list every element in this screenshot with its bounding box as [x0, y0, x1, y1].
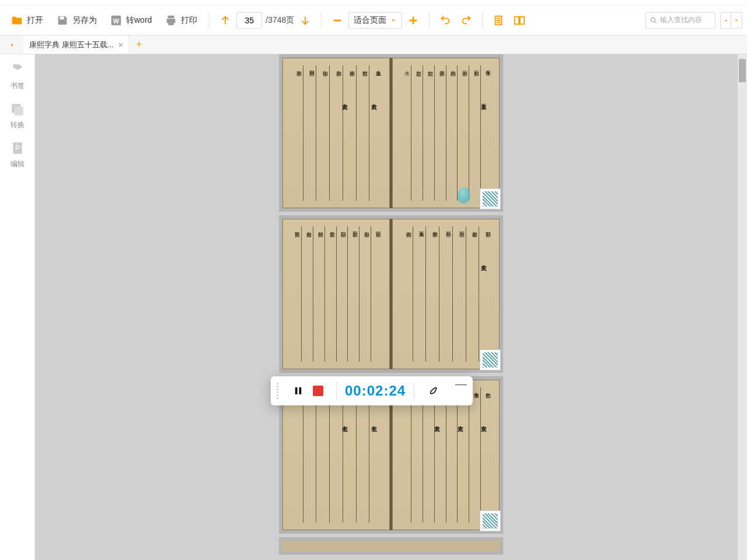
tab-close-button[interactable]: ×	[118, 40, 123, 50]
print-icon	[165, 14, 177, 27]
print-button[interactable]: 打印	[159, 10, 203, 30]
double-page-button[interactable]	[509, 10, 529, 30]
svg-rect-8	[14, 107, 23, 116]
folder-icon	[11, 14, 23, 27]
svg-rect-5	[520, 16, 524, 24]
qr-code	[480, 349, 501, 370]
svg-rect-4	[515, 16, 519, 24]
qr-code	[480, 188, 501, 209]
prev-page-button[interactable]	[215, 10, 235, 30]
document-tab[interactable]: 康熙字典 康熙五十五载... ×	[23, 36, 130, 54]
rotate-left-button[interactable]	[435, 10, 455, 30]
print-label: 打印	[181, 15, 197, 26]
dropdown-up[interactable]	[721, 13, 731, 28]
tab-add-button[interactable]: +	[130, 36, 148, 54]
sidebar-bookmark-label: 书签	[11, 81, 25, 91]
pause-button[interactable]	[290, 383, 306, 399]
recorder-time: 00:02:24	[345, 383, 406, 399]
sidebar-edit-label: 编辑	[11, 159, 25, 169]
svg-text:P: P	[15, 144, 20, 152]
scrollbar[interactable]	[738, 54, 747, 560]
zoom-label: 适合页面	[354, 15, 386, 26]
sidebar-edit[interactable]: P 编辑	[10, 141, 25, 169]
rotate-right-icon	[460, 14, 473, 27]
book-page	[279, 537, 503, 555]
page-total-label: /3748页	[266, 15, 294, 26]
options-dropdown[interactable]	[720, 12, 742, 29]
double-page-icon	[513, 14, 526, 27]
arrow-down-icon	[299, 14, 312, 27]
qr-code	[480, 510, 501, 531]
sidebar-convert[interactable]: 转换	[10, 102, 25, 130]
svg-text:W: W	[113, 17, 120, 24]
search-placeholder: 输入查找内容	[660, 15, 702, 25]
document-viewer[interactable]: 羊部网部缶部糸部米部竹部未集上六畫六畫水立部穴部禾部内部示部石部午集下五畫艮部舟…	[35, 54, 747, 560]
convert-icon	[10, 102, 25, 117]
svg-rect-11	[295, 387, 298, 394]
svg-rect-0	[60, 16, 64, 19]
tab-scroll-left[interactable]	[0, 36, 23, 54]
sidebar-convert-label: 转换	[11, 120, 25, 130]
zoom-in-button[interactable]	[403, 10, 423, 30]
bookmark-icon	[10, 62, 25, 78]
drag-handle[interactable]	[277, 383, 282, 399]
toword-label: 转word	[126, 15, 152, 26]
chevron-down-icon	[390, 17, 397, 24]
single-page-icon	[492, 14, 505, 27]
svg-point-6	[651, 18, 655, 22]
search-icon	[650, 16, 658, 24]
minimize-button[interactable]: —	[455, 377, 467, 391]
save-icon	[56, 14, 69, 27]
scrollbar-thumb[interactable]	[739, 59, 746, 82]
open-button[interactable]: 打开	[5, 10, 49, 30]
minus-icon	[331, 14, 344, 27]
plus-icon	[407, 14, 420, 27]
next-page-button[interactable]	[295, 10, 315, 30]
word-icon: W	[110, 14, 123, 27]
zoom-select[interactable]: 适合页面	[348, 12, 402, 29]
arrow-up-icon	[219, 14, 232, 27]
svg-rect-12	[299, 387, 302, 394]
book-page: 艮部舟部舛部舌部臼部至部自部臣部肉部未集下聿部耳部而部老部羽部六畫	[279, 215, 503, 373]
search-input[interactable]: 输入查找内容	[645, 12, 715, 29]
screen-recorder-widget[interactable]: 00:02:24 —	[271, 376, 473, 405]
single-page-button[interactable]	[488, 10, 508, 30]
saveas-button[interactable]: 另存为	[50, 10, 103, 30]
toword-button[interactable]: W 转word	[104, 10, 158, 30]
brush-button[interactable]	[424, 383, 441, 399]
watermark-icon	[458, 187, 470, 204]
stop-button[interactable]	[310, 383, 326, 399]
tab-title: 康熙字典 康熙五十五载...	[29, 40, 113, 50]
book-page: 羊部网部缶部糸部米部竹部未集上六畫六畫水立部穴部禾部内部示部石部午集下五畫	[279, 54, 503, 212]
sidebar-bookmark[interactable]: 书签	[10, 62, 25, 91]
rotate-right-button[interactable]	[456, 10, 476, 30]
dropdown-down[interactable]	[731, 13, 742, 28]
page-number-input[interactable]	[236, 12, 262, 29]
open-label: 打开	[27, 15, 43, 26]
zoom-out-button[interactable]	[327, 10, 347, 30]
edit-icon: P	[10, 141, 25, 156]
saveas-label: 另存为	[72, 15, 97, 26]
rotate-left-icon	[439, 14, 452, 27]
